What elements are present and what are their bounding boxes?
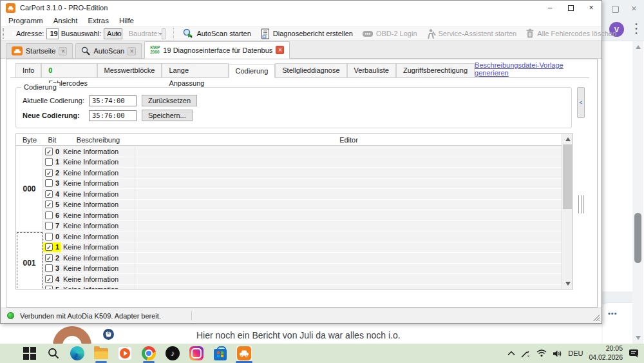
browser-menu-icon[interactable]: ••• — [634, 22, 638, 35]
byte-cell[interactable]: 000 — [16, 146, 43, 231]
tray-chevron-icon[interactable] — [507, 351, 515, 356]
editor-cell[interactable] — [135, 231, 562, 242]
speaker-icon[interactable] — [553, 349, 562, 358]
menu-programm[interactable]: Programm — [3, 17, 48, 25]
bit-cell[interactable]: ✓5 — [43, 285, 61, 289]
address-input[interactable]: 19 — [46, 28, 58, 39]
minimize-button[interactable]: – — [540, 1, 560, 15]
bit-checkbox[interactable]: ✓ — [45, 275, 53, 283]
diagnose-report-button[interactable]: Diagnosebericht erstellen — [256, 27, 357, 40]
template-generate-link[interactable]: Beschreibungsdatei-Vorlage generieren — [475, 61, 589, 77]
tab-messwertbloecke[interactable]: Messwertblöcke — [97, 63, 162, 77]
editor-cell[interactable] — [135, 264, 562, 275]
notification-icon[interactable] — [629, 349, 639, 358]
reset-button[interactable]: Zurücksetzen — [142, 95, 197, 106]
bit-checkbox[interactable] — [45, 179, 53, 187]
clock[interactable]: 20:05 04.02.2026 — [589, 344, 623, 362]
menu-hilfe[interactable]: Hilfe — [114, 17, 139, 25]
bit-cell[interactable]: 0 — [43, 231, 61, 242]
taskbar-start-button[interactable] — [22, 346, 37, 361]
card-more-icon[interactable]: ••• — [608, 309, 618, 317]
bit-checkbox[interactable] — [45, 211, 53, 219]
tab-verbauliste[interactable]: Verbauliste — [347, 63, 396, 77]
bit-cell[interactable]: 3 — [43, 179, 61, 190]
taskbar-instagram-icon[interactable] — [189, 346, 204, 361]
scroll-down-icon[interactable] — [636, 336, 641, 340]
bit-cell[interactable]: 7 — [43, 221, 61, 232]
save-button[interactable]: Speichern... — [142, 110, 193, 121]
scroll-up-icon[interactable] — [565, 137, 571, 141]
new-coding-input[interactable]: 35:76:00 — [89, 110, 137, 121]
menu-extras[interactable]: Extras — [82, 17, 114, 25]
bit-checkbox[interactable]: ✓ — [45, 201, 53, 208]
tab-startseite[interactable]: Startseite × — [6, 43, 73, 58]
tab-zugriffsberechtigung[interactable]: Zugriffsberechtigung — [396, 63, 475, 77]
bit-checkbox[interactable]: ✓ — [45, 286, 53, 289]
taskbar-edge-icon[interactable] — [70, 346, 85, 361]
taskbar-mediaplayer-icon[interactable] — [117, 346, 133, 361]
bit-checkbox[interactable]: ✓ — [45, 254, 53, 262]
bit-cell[interactable]: ✓0 — [43, 146, 61, 157]
bit-checkbox[interactable]: ✓ — [45, 243, 53, 251]
tab-info[interactable]: Info — [15, 63, 41, 77]
bit-cell[interactable]: ✓2 — [43, 253, 61, 264]
bit-cell[interactable]: 6 — [43, 210, 61, 221]
bit-checkbox[interactable]: ✓ — [45, 190, 53, 198]
bit-cell[interactable]: ✓4 — [43, 189, 61, 200]
collapse-panel-button[interactable]: < — [577, 87, 585, 118]
current-coding-input[interactable]: 35:74:00 — [89, 95, 137, 106]
table-scrollbar[interactable] — [562, 134, 573, 289]
splitter[interactable]: < — [577, 87, 585, 301]
browser-scrollbar-thumb[interactable] — [634, 213, 641, 263]
resize-grip[interactable] — [593, 315, 600, 321]
splitter-grip[interactable] — [578, 195, 584, 213]
editor-cell[interactable] — [135, 189, 562, 200]
table-scrollbar-thumb[interactable] — [563, 144, 572, 209]
autoscan-start-button[interactable]: AutoScan starten — [178, 27, 255, 40]
editor-cell[interactable] — [135, 146, 562, 157]
close-button[interactable]: × — [581, 1, 601, 15]
titlebar[interactable]: CarPort 3.1.0 - PRO-Edition – × — [1, 1, 601, 15]
editor-cell[interactable] — [135, 179, 562, 190]
bit-cell[interactable]: ✓5 — [43, 200, 61, 211]
menu-ansicht[interactable]: Ansicht — [48, 17, 83, 25]
tab-autoscan[interactable]: AutoScan × — [75, 43, 142, 58]
tab-close-icon[interactable]: × — [128, 47, 136, 55]
wifi-icon[interactable] — [536, 349, 547, 357]
bus-select[interactable]: Auto — [104, 28, 122, 39]
maximize-button[interactable] — [560, 1, 581, 15]
bit-checkbox[interactable]: ✓ — [45, 148, 53, 155]
tab-lange-anpassung[interactable]: Lange Anpassung — [162, 63, 228, 77]
pen-input-icon[interactable]: x — [521, 349, 531, 358]
tab-stellglieddiagnose[interactable]: Stellglieddiagnose — [275, 63, 346, 77]
language-indicator[interactable]: DEU — [568, 349, 583, 357]
bit-cell[interactable]: ✓2 — [43, 168, 61, 179]
taskbar-store-icon[interactable] — [213, 346, 228, 361]
editor-cell[interactable] — [135, 200, 562, 211]
editor-cell[interactable] — [135, 168, 562, 179]
editor-cell[interactable] — [135, 253, 562, 264]
tab-codierung[interactable]: Codierung — [229, 64, 276, 78]
editor-cell[interactable] — [135, 285, 562, 289]
tab-diagnoseinterface[interactable]: KWP2000 19 Diagnoseinterface für Datenbu… — [144, 41, 290, 59]
editor-cell[interactable] — [135, 242, 562, 253]
browser-close-icon[interactable]: × — [631, 3, 637, 14]
bit-cell[interactable]: ✓4 — [43, 274, 61, 285]
taskbar-explorer-icon[interactable] — [93, 346, 109, 361]
bit-cell[interactable]: 3 — [43, 264, 61, 275]
scroll-down-icon[interactable] — [565, 282, 571, 286]
taskbar-carport-icon[interactable] — [236, 346, 252, 361]
editor-cell[interactable] — [135, 221, 562, 232]
scroll-up-icon[interactable] — [636, 45, 641, 49]
editor-cell[interactable] — [135, 157, 562, 168]
editor-cell[interactable] — [135, 274, 562, 285]
tab-close-icon[interactable]: × — [59, 47, 67, 55]
bit-cell[interactable]: 1 — [43, 157, 61, 168]
browser-scrollbar[interactable] — [632, 41, 643, 344]
bit-checkbox[interactable]: ✓ — [45, 169, 53, 177]
taskbar-chrome-icon[interactable] — [141, 346, 156, 361]
browser-restore-icon[interactable] — [612, 6, 619, 13]
bit-checkbox[interactable] — [45, 222, 53, 230]
tab-close-icon[interactable]: × — [276, 46, 284, 54]
taskbar-search-button[interactable] — [46, 346, 61, 361]
